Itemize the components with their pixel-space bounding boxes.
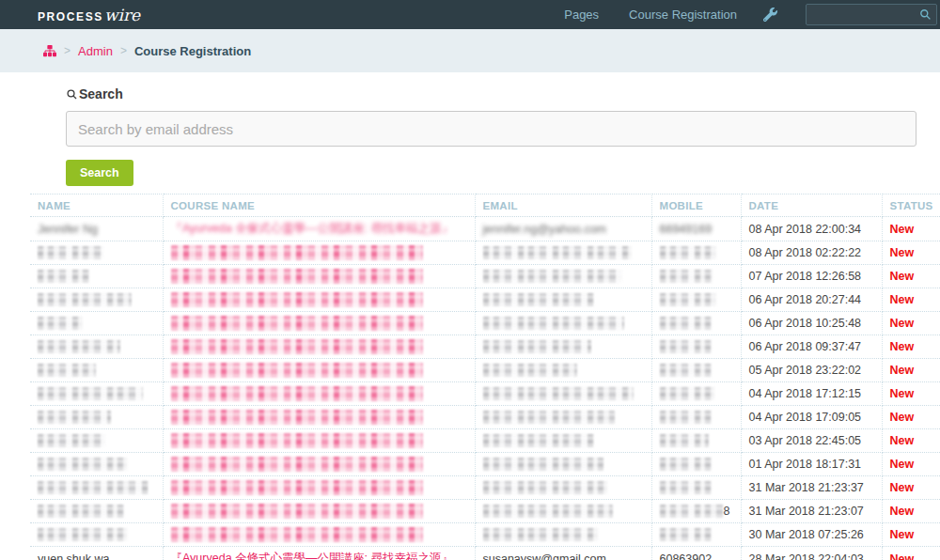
redacted-course-link: [171, 480, 423, 495]
date-value: 31 Mar 2018 21:23:37: [749, 481, 864, 494]
redacted-name-cell-text: [38, 317, 83, 330]
redacted-name-cell-text: [38, 481, 149, 494]
registrations-tbody: Jennifer Ng『Ayurveda 全傢式心靈學—公開講座: 尋找幸福之源…: [30, 217, 940, 560]
column-header-email[interactable]: EMAIL: [475, 194, 651, 217]
column-header-mobile[interactable]: MOBILE: [651, 194, 741, 217]
status-badge: New: [890, 528, 915, 541]
status-badge: New: [890, 223, 915, 236]
redacted-course-link: [171, 386, 423, 401]
redacted-mobile-cell-text: [660, 246, 716, 259]
mobile-partial-digit: 8: [724, 505, 730, 518]
redacted-course-link: [171, 410, 423, 425]
wrench-icon[interactable]: [752, 8, 789, 22]
redacted-mobile-cell-text: [660, 270, 713, 283]
redacted-name-cell-text: [38, 340, 120, 353]
redacted-name-cell-text: [38, 364, 96, 377]
redacted-mobile-cell-text: [660, 364, 712, 377]
status-badge: New: [890, 481, 915, 494]
table-row[interactable]: 04 Apr 2018 17:12:15New: [30, 382, 940, 406]
table-row[interactable]: 30 Mar 2018 07:25:26New: [30, 523, 940, 547]
redacted-email-cell-text: [483, 481, 607, 494]
status-badge: New: [890, 458, 915, 471]
breadcrumb-current: Course Registration: [134, 44, 251, 58]
column-header-date[interactable]: DATE: [741, 194, 882, 217]
course-link[interactable]: 『Ayurveda 全傢式心靈學—公開講座: 尋找幸福之源』: [171, 222, 454, 235]
sitemap-icon-glyph: [43, 44, 56, 57]
search-button[interactable]: Search: [66, 160, 133, 186]
redacted-mobile-cell-text: [660, 481, 712, 494]
search-section-title: Search: [66, 86, 916, 101]
name-cell-text: Jennifer Ng: [38, 223, 98, 236]
status-badge: New: [890, 364, 915, 377]
table-row[interactable]: 04 Apr 2018 17:09:05New: [30, 406, 940, 429]
wrench-icon-glyph: [763, 8, 777, 22]
date-value: 08 Apr 2018 02:22:22: [749, 246, 862, 259]
table-row[interactable]: 01 Apr 2018 18:17:31New: [30, 453, 940, 476]
date-value: 28 Mar 2018 22:04:03: [749, 552, 864, 560]
column-header-status[interactable]: STATUS: [882, 194, 940, 217]
mobile-cell-text: 60863902: [660, 552, 713, 560]
table-row[interactable]: 06 Apr 2018 20:27:44New: [30, 288, 940, 312]
column-header-name[interactable]: NAME: [30, 194, 163, 217]
search-section: Search Search: [0, 72, 940, 186]
status-badge: New: [890, 552, 915, 560]
status-badge: New: [890, 434, 915, 447]
nav-course-registration[interactable]: Course Registration: [614, 0, 752, 29]
registrations-table: NAME COURSE NAME EMAIL MOBILE DATE STATU…: [30, 194, 940, 560]
redacted-mobile-cell-text: [660, 340, 712, 353]
date-value: 04 Apr 2018 17:09:05: [749, 411, 862, 424]
redacted-email-cell-text: [483, 387, 634, 400]
breadcrumb-admin[interactable]: Admin: [78, 44, 113, 58]
email-cell-text: susanaysw@gmail.com: [483, 552, 606, 560]
email-search-input[interactable]: [66, 111, 916, 147]
redacted-course-link: [171, 339, 423, 354]
status-badge: New: [890, 340, 915, 353]
status-badge: New: [890, 317, 915, 330]
topnav: Pages Course Registration: [549, 0, 940, 29]
table-header-row: NAME COURSE NAME EMAIL MOBILE DATE STATU…: [30, 194, 940, 217]
table-row[interactable]: 06 Apr 2018 09:37:47New: [30, 335, 940, 359]
date-value: 08 Apr 2018 22:00:34: [749, 223, 862, 236]
topbar-search-input[interactable]: [807, 8, 921, 22]
redacted-email-cell-text: [483, 411, 615, 424]
date-value: 06 Apr 2018 10:25:48: [749, 317, 862, 330]
table-row[interactable]: 831 Mar 2018 21:23:07New: [30, 500, 940, 523]
table-row[interactable]: yuen shuk wa『Ayurveda 全條式心靈學—公開講座: 尋找幸福之…: [30, 547, 940, 560]
redacted-name-cell-text: [38, 293, 132, 306]
redacted-course-link: [171, 457, 423, 472]
redacted-mobile-cell-text: [660, 505, 724, 518]
date-value: 04 Apr 2018 17:12:15: [749, 387, 862, 400]
date-value: 01 Apr 2018 18:17:31: [749, 458, 862, 471]
nav-pages[interactable]: Pages: [549, 0, 614, 29]
search-icon[interactable]: [919, 8, 932, 21]
redacted-course-link: [171, 504, 423, 519]
logo-text-process: PROCESS: [38, 10, 103, 23]
table-row[interactable]: 08 Apr 2018 02:22:22New: [30, 241, 940, 265]
topbar-search: [806, 4, 937, 25]
search-icon: [66, 88, 78, 101]
date-value: 07 Apr 2018 12:26:58: [749, 270, 862, 283]
status-badge: New: [890, 411, 915, 424]
table-row[interactable]: 03 Apr 2018 22:45:05New: [30, 429, 940, 453]
topbar: PROCESSwire Pages Course Registration: [0, 0, 940, 29]
date-value: 05 Apr 2018 23:22:02: [749, 364, 862, 377]
course-link[interactable]: 『Ayurveda 全條式心靈學—公開講座: 尋找幸福之源』: [171, 552, 454, 560]
sitemap-icon[interactable]: [43, 44, 56, 57]
redacted-mobile-cell-text: [660, 411, 712, 424]
date-value: 06 Apr 2018 20:27:44: [749, 293, 862, 306]
table-row[interactable]: 31 Mar 2018 21:23:37New: [30, 476, 940, 500]
redacted-email-cell-text: [483, 528, 598, 541]
redacted-name-cell-text: [38, 434, 105, 447]
redacted-email-cell-text: [483, 505, 613, 518]
status-badge: New: [890, 387, 915, 400]
processwire-logo[interactable]: PROCESSwire: [38, 6, 140, 24]
status-badge: New: [890, 270, 915, 283]
breadcrumb-separator: >: [64, 44, 70, 57]
table-row[interactable]: 07 Apr 2018 12:26:58New: [30, 265, 940, 288]
redacted-name-cell-text: [38, 411, 111, 424]
table-row[interactable]: 06 Apr 2018 10:25:48New: [30, 312, 940, 335]
email-cell-text: jennifer.ng@yahoo.com: [483, 223, 607, 236]
table-row[interactable]: Jennifer Ng『Ayurveda 全傢式心靈學—公開講座: 尋找幸福之源…: [30, 217, 940, 241]
column-header-course-name[interactable]: COURSE NAME: [163, 194, 475, 217]
table-row[interactable]: 05 Apr 2018 23:22:02New: [30, 359, 940, 382]
